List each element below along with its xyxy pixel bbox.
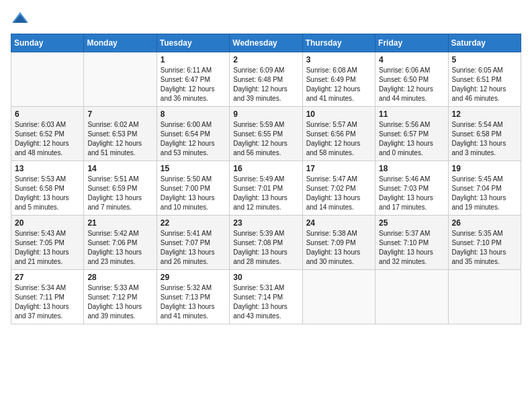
weekday-header: Monday [84,34,157,52]
day-number: 3 [306,55,371,64]
day-detail: Sunrise: 5:41 AM Sunset: 7:07 PM Dayligh… [161,229,226,267]
day-number: 9 [233,109,298,119]
day-detail: Sunrise: 6:05 AM Sunset: 6:51 PM Dayligh… [452,66,517,103]
day-detail: Sunrise: 5:49 AM Sunset: 7:01 PM Dayligh… [233,175,298,212]
calendar-day-cell: 18Sunrise: 5:46 AM Sunset: 7:03 PM Dayli… [375,161,448,216]
day-detail: Sunrise: 6:08 AM Sunset: 6:49 PM Dayligh… [306,66,371,103]
calendar-day-cell: 2Sunrise: 6:09 AM Sunset: 6:48 PM Daylig… [230,52,302,107]
calendar-day-cell: 8Sunrise: 6:00 AM Sunset: 6:54 PM Daylig… [157,107,229,161]
day-number: 13 [15,164,80,173]
weekday-header: Wednesday [230,34,302,52]
calendar-day-cell [375,270,448,324]
calendar-day-cell: 5Sunrise: 6:05 AM Sunset: 6:51 PM Daylig… [448,52,521,107]
day-detail: Sunrise: 5:35 AM Sunset: 7:10 PM Dayligh… [452,229,517,267]
day-number: 16 [233,164,298,173]
day-detail: Sunrise: 5:53 AM Sunset: 6:58 PM Dayligh… [15,175,80,212]
day-detail: Sunrise: 6:06 AM Sunset: 6:50 PM Dayligh… [379,66,444,103]
day-number: 10 [306,109,371,119]
calendar-day-cell: 4Sunrise: 6:06 AM Sunset: 6:50 PM Daylig… [375,52,448,107]
day-number: 21 [87,218,152,228]
calendar-day-cell: 27Sunrise: 5:34 AM Sunset: 7:11 PM Dayli… [11,270,84,324]
calendar-day-cell: 17Sunrise: 5:47 AM Sunset: 7:02 PM Dayli… [302,161,375,216]
calendar-day-cell: 26Sunrise: 5:35 AM Sunset: 7:10 PM Dayli… [448,216,521,270]
day-number: 24 [306,218,371,228]
calendar-day-cell: 16Sunrise: 5:49 AM Sunset: 7:01 PM Dayli… [230,161,302,216]
day-detail: Sunrise: 5:43 AM Sunset: 7:05 PM Dayligh… [15,229,80,267]
calendar-week-row: 27Sunrise: 5:34 AM Sunset: 7:11 PM Dayli… [11,270,521,324]
day-detail: Sunrise: 6:11 AM Sunset: 6:47 PM Dayligh… [161,66,226,103]
day-number: 1 [161,55,226,64]
calendar-day-cell: 29Sunrise: 5:32 AM Sunset: 7:13 PM Dayli… [157,270,229,324]
day-detail: Sunrise: 5:37 AM Sunset: 7:10 PM Dayligh… [379,229,444,267]
page-header [11,11,521,26]
calendar-week-row: 13Sunrise: 5:53 AM Sunset: 6:58 PM Dayli… [11,161,521,216]
weekday-header: Thursday [302,34,375,52]
day-number: 12 [452,109,517,119]
calendar-day-cell: 20Sunrise: 5:43 AM Sunset: 7:05 PM Dayli… [11,216,84,270]
day-detail: Sunrise: 5:42 AM Sunset: 7:06 PM Dayligh… [87,229,152,267]
day-detail: Sunrise: 5:57 AM Sunset: 6:56 PM Dayligh… [306,120,371,158]
day-detail: Sunrise: 6:03 AM Sunset: 6:52 PM Dayligh… [15,120,80,158]
day-detail: Sunrise: 5:50 AM Sunset: 7:00 PM Dayligh… [161,175,226,212]
day-number: 4 [379,55,444,64]
calendar-day-cell: 19Sunrise: 5:45 AM Sunset: 7:04 PM Dayli… [448,161,521,216]
day-detail: Sunrise: 5:31 AM Sunset: 7:14 PM Dayligh… [233,283,298,321]
day-detail: Sunrise: 5:47 AM Sunset: 7:02 PM Dayligh… [306,175,371,212]
day-number: 5 [452,55,517,64]
day-detail: Sunrise: 5:51 AM Sunset: 6:59 PM Dayligh… [87,175,152,212]
day-number: 2 [233,55,298,64]
calendar-day-cell: 11Sunrise: 5:56 AM Sunset: 6:57 PM Dayli… [375,107,448,161]
logo [11,11,32,26]
day-detail: Sunrise: 5:32 AM Sunset: 7:13 PM Dayligh… [161,283,226,321]
day-number: 18 [379,164,444,173]
day-number: 15 [161,164,226,173]
day-number: 29 [161,273,226,282]
day-number: 17 [306,164,371,173]
day-detail: Sunrise: 5:45 AM Sunset: 7:04 PM Dayligh… [452,175,517,212]
calendar-week-row: 6Sunrise: 6:03 AM Sunset: 6:52 PM Daylig… [11,107,521,161]
day-number: 8 [161,109,226,119]
calendar-day-cell: 7Sunrise: 6:02 AM Sunset: 6:53 PM Daylig… [84,107,157,161]
calendar-day-cell: 21Sunrise: 5:42 AM Sunset: 7:06 PM Dayli… [84,216,157,270]
day-number: 26 [452,218,517,228]
day-number: 30 [233,273,298,282]
calendar-day-cell: 9Sunrise: 5:59 AM Sunset: 6:55 PM Daylig… [230,107,302,161]
calendar-day-cell: 14Sunrise: 5:51 AM Sunset: 6:59 PM Dayli… [84,161,157,216]
day-number: 25 [379,218,444,228]
calendar-day-cell [84,52,157,107]
weekday-header: Friday [375,34,448,52]
calendar-day-cell: 12Sunrise: 5:54 AM Sunset: 6:58 PM Dayli… [448,107,521,161]
day-detail: Sunrise: 6:00 AM Sunset: 6:54 PM Dayligh… [161,120,226,158]
calendar-day-cell: 10Sunrise: 5:57 AM Sunset: 6:56 PM Dayli… [302,107,375,161]
weekday-header: Saturday [448,34,521,52]
logo-icon [11,11,30,26]
day-detail: Sunrise: 5:33 AM Sunset: 7:12 PM Dayligh… [87,283,152,321]
day-number: 14 [87,164,152,173]
calendar-day-cell: 1Sunrise: 6:11 AM Sunset: 6:47 PM Daylig… [157,52,229,107]
calendar-day-cell: 23Sunrise: 5:39 AM Sunset: 7:08 PM Dayli… [230,216,302,270]
calendar-week-row: 1Sunrise: 6:11 AM Sunset: 6:47 PM Daylig… [11,52,521,107]
day-detail: Sunrise: 5:46 AM Sunset: 7:03 PM Dayligh… [379,175,444,212]
weekday-header: Tuesday [157,34,229,52]
day-number: 6 [15,109,80,119]
day-detail: Sunrise: 5:59 AM Sunset: 6:55 PM Dayligh… [233,120,298,158]
day-detail: Sunrise: 5:54 AM Sunset: 6:58 PM Dayligh… [452,120,517,158]
day-number: 27 [15,273,80,282]
calendar-day-cell: 30Sunrise: 5:31 AM Sunset: 7:14 PM Dayli… [230,270,302,324]
calendar-table: SundayMondayTuesdayWednesdayThursdayFrid… [11,34,521,324]
calendar-day-cell: 6Sunrise: 6:03 AM Sunset: 6:52 PM Daylig… [11,107,84,161]
calendar-day-cell: 24Sunrise: 5:38 AM Sunset: 7:09 PM Dayli… [302,216,375,270]
day-number: 22 [161,218,226,228]
day-detail: Sunrise: 5:56 AM Sunset: 6:57 PM Dayligh… [379,120,444,158]
calendar-day-cell: 28Sunrise: 5:33 AM Sunset: 7:12 PM Dayli… [84,270,157,324]
calendar-day-cell: 22Sunrise: 5:41 AM Sunset: 7:07 PM Dayli… [157,216,229,270]
day-number: 7 [87,109,152,119]
calendar-day-cell [448,270,521,324]
day-detail: Sunrise: 5:39 AM Sunset: 7:08 PM Dayligh… [233,229,298,267]
calendar-day-cell: 3Sunrise: 6:08 AM Sunset: 6:49 PM Daylig… [302,52,375,107]
weekday-header: Sunday [11,34,84,52]
day-number: 28 [87,273,152,282]
day-number: 19 [452,164,517,173]
day-detail: Sunrise: 6:02 AM Sunset: 6:53 PM Dayligh… [87,120,152,158]
weekday-header-row: SundayMondayTuesdayWednesdayThursdayFrid… [11,34,521,52]
